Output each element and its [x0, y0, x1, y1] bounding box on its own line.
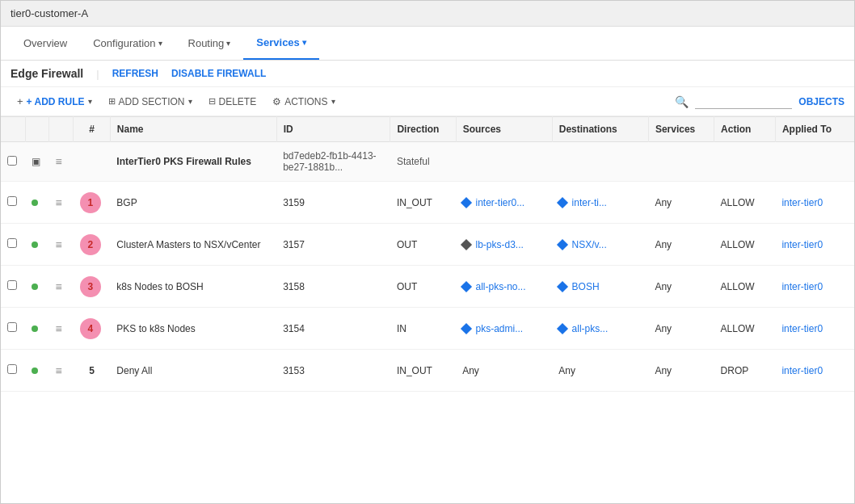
rule-3-action: ALLOW	[714, 266, 776, 308]
rule-4-destinations: all-pks...	[552, 308, 648, 350]
section-checkbox[interactable]	[1, 142, 25, 182]
rule-5-num: 5	[74, 350, 110, 392]
rule-5-destinations: Any	[552, 350, 648, 392]
drag-icon[interactable]: ≡	[56, 238, 62, 251]
rule-3-destinations: BOSH	[552, 266, 648, 308]
section-destinations	[552, 142, 648, 182]
rule-4-checkbox[interactable]	[1, 308, 25, 350]
chevron-down-icon: ▾	[331, 97, 335, 106]
rule-1-id: 3159	[276, 182, 390, 224]
col-header-num: #	[74, 117, 110, 142]
rule-1-drag[interactable]: ≡	[49, 182, 74, 224]
diamond-icon	[557, 239, 568, 250]
refresh-button[interactable]: REFRESH	[112, 68, 158, 79]
tab-routing[interactable]: Routing ▾	[175, 27, 244, 59]
rule-1-num: 1	[74, 182, 110, 224]
section-sources	[456, 142, 552, 182]
table-row: ≡ 5 Deny All 3153 IN_OUT Any Any Any DRO…	[1, 350, 854, 392]
rule-5-drag[interactable]: ≡	[49, 350, 74, 392]
tab-overview[interactable]: Overview	[11, 27, 80, 59]
rule-3-applied-to: inter-tier0	[775, 266, 854, 308]
col-header-destinations: Destinations	[552, 117, 648, 142]
rule-3-services: Any	[648, 266, 714, 308]
rule-2-services: Any	[648, 224, 714, 266]
window-title: tier0-customer-A	[11, 7, 88, 19]
rule-badge: 3	[80, 276, 101, 297]
rule-1-checkbox[interactable]	[1, 182, 25, 224]
collapse-icon[interactable]: ▣	[32, 156, 40, 167]
rule-5-checkbox[interactable]	[1, 350, 25, 392]
search-area: 🔍 OBJECTS	[675, 94, 844, 109]
rule-4-applied-to: inter-tier0	[775, 308, 854, 350]
col-header-drag	[49, 117, 74, 142]
title-bar: tier0-customer-A	[1, 1, 854, 27]
nav-tabs: Overview Configuration ▾ Routing ▾ Servi…	[1, 27, 854, 61]
rule-1-status	[25, 182, 48, 224]
rule-2-direction: OUT	[390, 224, 456, 266]
rule-5-sources: Any	[456, 350, 552, 392]
search-icon: 🔍	[675, 95, 689, 108]
rule-3-num: 3	[74, 266, 110, 308]
rule-3-checkbox[interactable]	[1, 266, 25, 308]
chevron-down-icon: ▾	[226, 39, 230, 48]
disable-firewall-button[interactable]: DISABLE FIREWALL	[171, 68, 266, 79]
rule-4-num: 4	[74, 308, 110, 350]
rule-1-sources: inter-tier0...	[456, 182, 552, 224]
delete-button[interactable]: ⊟ DELETE	[202, 93, 263, 111]
section-name: InterTier0 PKS Firewall Rules	[110, 142, 276, 182]
rule-2-checkbox[interactable]	[1, 224, 25, 266]
gear-icon: ⚙	[272, 96, 281, 107]
status-dot	[32, 284, 38, 290]
actions-button[interactable]: ⚙ ACTIONS ▾	[266, 93, 341, 111]
rule-2-sources: lb-pks-d3...	[456, 224, 552, 266]
table-header-row: # Name ID Direction Sources Destinations…	[1, 117, 854, 142]
table-row: ≡ 3 k8s Nodes to BOSH 3158 OUT all-pks-n…	[1, 266, 854, 308]
tab-configuration[interactable]: Configuration ▾	[80, 27, 175, 59]
delete-icon: ⊟	[208, 96, 216, 107]
tab-services[interactable]: Services ▾	[243, 27, 319, 60]
rule-2-drag[interactable]: ≡	[49, 224, 74, 266]
rule-2-applied-to: inter-tier0	[775, 224, 854, 266]
section-icon: ⊞	[108, 96, 116, 107]
rule-1-services: Any	[648, 182, 714, 224]
drag-icon[interactable]: ≡	[56, 196, 62, 209]
col-header-direction: Direction	[390, 117, 456, 142]
add-section-button[interactable]: ⊞ ADD SECTION ▾	[102, 93, 199, 111]
col-header-action: Action	[714, 117, 776, 142]
section-drag[interactable]: ≡	[49, 142, 74, 182]
section-applied-to	[775, 142, 854, 182]
section-collapse-icon[interactable]: ▣	[25, 142, 48, 182]
col-header-sources: Sources	[456, 117, 552, 142]
rule-5-name: Deny All	[110, 350, 276, 392]
rule-3-id: 3158	[276, 266, 390, 308]
rule-1-applied-to: inter-tier0	[775, 182, 854, 224]
rule-5-action: DROP	[714, 350, 776, 392]
rule-1-destinations: inter-ti...	[552, 182, 648, 224]
rule-3-name: k8s Nodes to BOSH	[110, 266, 276, 308]
rule-badge: 2	[80, 234, 101, 255]
add-rule-button[interactable]: + + ADD RULE ▾	[11, 92, 99, 111]
chevron-down-icon: ▾	[158, 39, 162, 48]
rule-2-num: 2	[74, 224, 110, 266]
diamond-icon	[461, 323, 472, 334]
drag-icon[interactable]: ≡	[56, 364, 62, 377]
rule-4-drag[interactable]: ≡	[49, 308, 74, 350]
drag-icon[interactable]: ≡	[56, 322, 62, 335]
search-input[interactable]	[695, 94, 792, 109]
hex-icon	[461, 239, 472, 250]
rule-4-action: ALLOW	[714, 308, 776, 350]
rule-4-services: Any	[648, 308, 714, 350]
diamond-icon	[557, 197, 568, 208]
rule-2-destinations: NSX/v...	[552, 224, 648, 266]
table-row: ≡ 2 ClusterA Masters to NSX/vCenter 3157…	[1, 224, 854, 266]
drag-icon[interactable]: ≡	[56, 155, 62, 168]
drag-icon[interactable]: ≡	[56, 280, 62, 293]
diamond-icon	[461, 197, 472, 208]
rule-2-status	[25, 224, 48, 266]
rule-3-status	[25, 266, 48, 308]
rule-2-name: ClusterA Masters to NSX/vCenter	[110, 224, 276, 266]
objects-button[interactable]: OBJECTS	[798, 96, 844, 107]
rule-1-action: ALLOW	[714, 182, 776, 224]
rule-3-drag[interactable]: ≡	[49, 266, 74, 308]
rule-4-name: PKS to k8s Nodes	[110, 308, 276, 350]
